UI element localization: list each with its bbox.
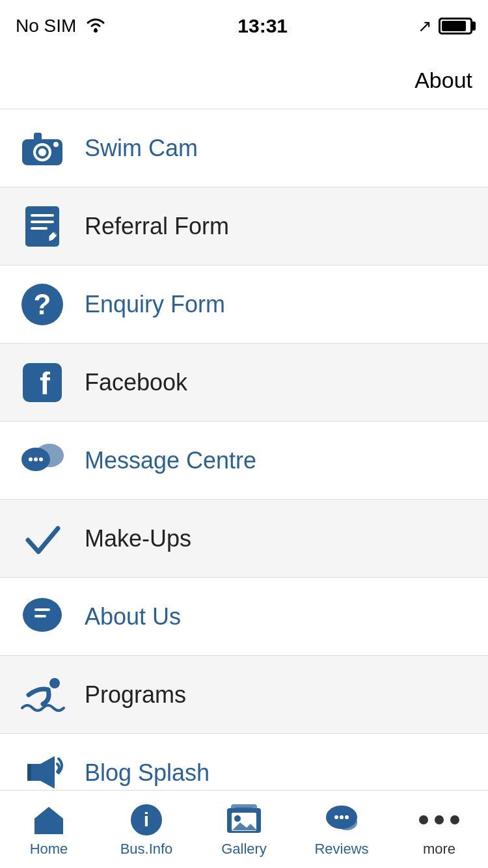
- svg-rect-10: [31, 227, 47, 230]
- svg-point-6: [53, 142, 59, 147]
- bus-info-tab-label: Bus.Info: [120, 841, 173, 858]
- tab-reviews[interactable]: Reviews: [293, 791, 390, 868]
- top-navigation: About: [0, 52, 488, 109]
- blog-splash-label: Blog Splash: [85, 759, 210, 787]
- menu-list: Swim Cam Referral Form ? Enquiry Form: [0, 109, 488, 812]
- svg-rect-23: [34, 615, 46, 617]
- megaphone-icon: [20, 750, 65, 796]
- menu-item-about-us[interactable]: About Us: [0, 578, 488, 656]
- reviews-icon: [323, 802, 360, 838]
- home-icon: [31, 802, 67, 838]
- menu-item-programs[interactable]: Programs: [0, 656, 488, 734]
- location-icon: ↗: [418, 16, 432, 36]
- camera-icon: [20, 126, 65, 171]
- bus-info-icon: i: [128, 802, 165, 838]
- menu-item-make-ups[interactable]: Make-Ups: [0, 500, 488, 578]
- chat-icon: [20, 594, 65, 640]
- more-icon: [419, 802, 459, 838]
- svg-rect-27: [45, 825, 53, 834]
- svg-rect-26: [27, 764, 31, 781]
- programs-label: Programs: [85, 681, 186, 709]
- gallery-tab-label: Gallery: [221, 841, 267, 858]
- message-icon: [20, 438, 65, 483]
- menu-item-swim-cam[interactable]: Swim Cam: [0, 109, 488, 187]
- menu-item-enquiry-form[interactable]: ? Enquiry Form: [0, 265, 488, 344]
- reviews-tab-label: Reviews: [314, 841, 368, 858]
- svg-point-37: [334, 815, 338, 819]
- svg-point-19: [34, 457, 38, 461]
- svg-rect-9: [31, 221, 54, 223]
- svg-point-0: [94, 29, 98, 33]
- carrier-info: No SIM: [16, 15, 107, 38]
- about-us-label: About Us: [85, 603, 181, 631]
- enquiry-form-label: Enquiry Form: [85, 291, 225, 318]
- status-icons: ↗: [418, 16, 472, 36]
- svg-rect-22: [34, 608, 50, 611]
- time-display: 13:31: [237, 15, 288, 37]
- svg-rect-5: [34, 133, 42, 142]
- menu-item-message-centre[interactable]: Message Centre: [0, 422, 488, 500]
- gallery-icon: [226, 802, 262, 838]
- status-bar: No SIM 13:31 ↗: [0, 0, 488, 52]
- svg-point-39: [345, 815, 349, 819]
- svg-text:?: ?: [34, 288, 51, 320]
- question-icon: ?: [20, 282, 65, 327]
- svg-point-34: [234, 815, 241, 822]
- about-button[interactable]: About: [414, 68, 472, 93]
- swim-cam-label: Swim Cam: [85, 135, 198, 162]
- svg-rect-7: [25, 206, 59, 247]
- wifi-icon: [84, 15, 107, 38]
- more-tab-label: more: [423, 841, 455, 858]
- make-ups-label: Make-Ups: [85, 525, 191, 552]
- svg-point-20: [39, 457, 43, 461]
- message-centre-label: Message Centre: [85, 447, 256, 474]
- svg-rect-8: [31, 214, 54, 217]
- tab-more[interactable]: more: [390, 791, 488, 868]
- svg-text:f: f: [40, 366, 51, 401]
- svg-point-18: [29, 457, 33, 461]
- carrier-text: No SIM: [16, 16, 76, 36]
- form-icon: [20, 204, 65, 249]
- facebook-label: Facebook: [85, 369, 187, 396]
- svg-text:i: i: [144, 809, 149, 830]
- swimmer-icon: [20, 672, 65, 718]
- home-tab-label: Home: [30, 841, 68, 858]
- menu-item-referral-form[interactable]: Referral Form: [0, 187, 488, 265]
- menu-item-facebook[interactable]: f Facebook: [0, 344, 488, 422]
- tab-home[interactable]: Home: [0, 791, 98, 868]
- svg-point-24: [49, 678, 60, 688]
- facebook-icon: f: [20, 360, 65, 405]
- checkmark-icon: [20, 516, 65, 562]
- svg-point-4: [38, 148, 46, 156]
- referral-form-label: Referral Form: [85, 213, 229, 240]
- battery-icon: [439, 18, 472, 34]
- svg-marker-25: [27, 756, 55, 789]
- svg-point-38: [340, 815, 344, 819]
- tab-bar: Home i Bus.Info Gallery: [0, 790, 488, 868]
- svg-point-17: [35, 444, 64, 467]
- tab-gallery[interactable]: Gallery: [195, 791, 293, 868]
- tab-bus-info[interactable]: i Bus.Info: [98, 791, 195, 868]
